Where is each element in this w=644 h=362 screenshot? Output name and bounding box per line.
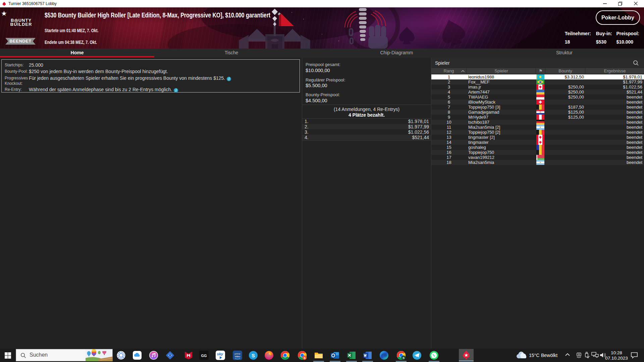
- svg-text:video: video: [235, 355, 240, 358]
- svg-text:S: S: [304, 356, 306, 360]
- svg-text:prime: prime: [234, 353, 240, 355]
- svg-text:S: S: [252, 353, 255, 358]
- svg-text:S: S: [402, 356, 405, 360]
- svg-text:sky: sky: [217, 352, 223, 356]
- svg-text:GG: GG: [201, 354, 207, 358]
